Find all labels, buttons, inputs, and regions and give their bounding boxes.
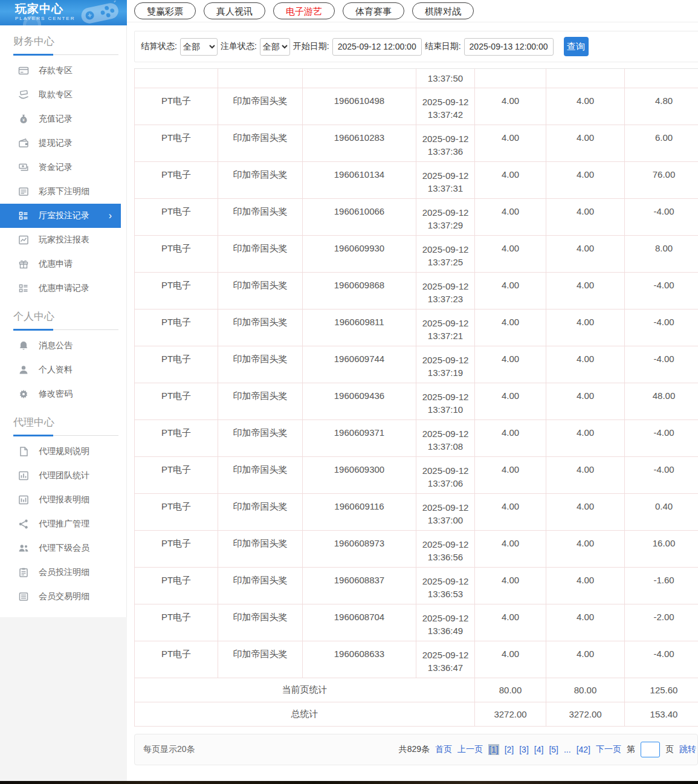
svg-text:¥: ¥ — [22, 118, 25, 122]
cell-valid-bet: 4.00 — [546, 125, 625, 162]
cell-order-no: 1960610498 — [303, 88, 416, 125]
bet-time-value: 13:37:08 — [419, 440, 472, 453]
page-link-prev[interactable]: 上一页 — [457, 744, 483, 755]
cell-valid-bet: 4.00 — [546, 494, 625, 531]
sidebar-item-label: 个人资料 — [39, 364, 73, 375]
tab-lottery[interactable]: 雙赢彩票 — [134, 2, 196, 19]
tab-sports[interactable]: 体育赛事 — [343, 2, 404, 19]
settle-status-select[interactable]: 全部 — [180, 38, 218, 56]
table-row: PT电子印加帝国头奖19606101342025-09-1213:37:314.… — [135, 162, 698, 199]
pagination-controls: 共829条 首页上一页[1][2][3][4][5]...[42]下一页 第 页… — [399, 742, 696, 757]
bet-date-value: 2025-09-12 — [419, 427, 472, 440]
cell-bet-time: 2025-09-1213:37:21 — [416, 309, 475, 346]
cell-bet-amount: 4.00 — [475, 162, 546, 199]
sidebar-item-label: 代理报表明细 — [39, 494, 89, 505]
sidebar-item-trade-detail[interactable]: 会员交易明细 — [0, 585, 126, 609]
sidebar-item-wallet[interactable]: 提现记录 — [0, 131, 126, 155]
cell-win-loss: -4.00 — [625, 309, 698, 346]
sidebar-item-promo-apply[interactable]: 优惠申请 — [0, 252, 126, 276]
page-link-1[interactable]: [1] — [488, 744, 499, 755]
page-link-2[interactable]: [2] — [505, 745, 514, 754]
page-link-4[interactable]: [4] — [534, 745, 544, 754]
sidebar-item-user[interactable]: 个人资料 — [0, 358, 126, 382]
cell-bet-amount: 4.00 — [475, 604, 546, 641]
bet-time-value: 13:36:47 — [419, 661, 472, 674]
sidebar-item-promo-records[interactable]: 优惠申请记录 — [0, 276, 126, 300]
cell-game: 印加帝国头奖 — [218, 162, 303, 199]
sidebar-item-withdraw-hand[interactable]: 取款专区 — [0, 83, 126, 107]
sidebar-item-player-report[interactable]: 玩家投注报表 — [0, 228, 126, 252]
start-date-input[interactable] — [332, 38, 422, 56]
tab-live-video[interactable]: 真人视讯 — [204, 2, 265, 19]
sidebar-item-bet-detail[interactable]: 会员投注明细 — [0, 560, 126, 585]
tab-electronic-games[interactable]: 电子游艺 — [273, 2, 335, 19]
cell-platform: PT电子 — [135, 125, 218, 162]
cell-platform: PT电子 — [135, 494, 218, 531]
sidebar-item-doc[interactable]: 代理规则说明 — [0, 439, 126, 464]
sidebar-item-bell[interactable]: 消息公告 — [0, 334, 126, 358]
cell-bet-amount: 4.00 — [475, 531, 546, 568]
cell-platform: PT电子 — [135, 236, 218, 273]
cell-order-no: 1960608633 — [303, 641, 416, 678]
cell-game — [218, 69, 303, 88]
cell-platform: PT电子 — [135, 383, 218, 420]
cell-platform: PT电子 — [135, 273, 218, 309]
sidebar-item-hall-records[interactable]: 厅室投注记录› — [0, 204, 121, 228]
summary-label: 当前页统计 — [135, 678, 475, 702]
sidebar-item-moneybag[interactable]: ¥充值记录 — [0, 107, 126, 131]
search-button[interactable]: 查询 — [564, 37, 589, 56]
bet-date-value: 2025-09-12 — [419, 96, 472, 108]
table-row: PT电子印加帝国头奖19606086332025-09-1213:36:474.… — [135, 641, 698, 678]
sidebar-item-label: 会员投注明细 — [39, 567, 89, 578]
cell-bet-amount: 3272.00 — [475, 702, 546, 727]
cell-valid-bet: 4.00 — [546, 383, 625, 420]
page-link-42[interactable]: [42] — [577, 745, 590, 754]
cell-valid-bet: 4.00 — [546, 346, 625, 383]
bet-date-value: 2025-09-12 — [419, 575, 472, 588]
jump-page-input[interactable] — [641, 742, 660, 757]
cell-game: 印加帝国头奖 — [218, 494, 303, 531]
end-date-input[interactable] — [464, 38, 554, 56]
cell-game: 印加帝国头奖 — [218, 309, 303, 346]
sidebar-item-funds[interactable]: 资金记录 — [0, 155, 126, 180]
table-row: PT电子印加帝国头奖19606093712025-09-1213:37:084.… — [135, 420, 698, 457]
end-date-label: 结束日期: — [425, 41, 461, 52]
sidebar-item-gear[interactable]: 修改密码 — [0, 382, 126, 406]
page-link-first[interactable]: 首页 — [435, 744, 452, 755]
cell-bet-time: 2025-09-1213:37:36 — [416, 125, 475, 162]
bet-records-table-scroll[interactable]: 13:37:50PT电子印加帝国头奖19606104982025-09-1213… — [134, 68, 698, 727]
sidebar-item-share[interactable]: 代理推广管理 — [0, 512, 126, 536]
page-link-next[interactable]: 下一页 — [596, 744, 621, 755]
cell-valid-bet: 4.00 — [546, 199, 625, 236]
cell-bet-amount: 4.00 — [475, 457, 546, 494]
sidebar-item-lottery-list[interactable]: 彩票下注明细 — [0, 180, 126, 204]
cell-valid-bet: 3272.00 — [546, 702, 625, 727]
cell-win-loss: 16.00 — [625, 531, 698, 568]
sidebar-item-label: 代理规则说明 — [39, 446, 89, 457]
bet-time-value: 13:37:29 — [419, 219, 472, 232]
sidebar-item-report-detail[interactable]: 代理报表明细 — [0, 488, 126, 512]
settle-status-label: 结算状态: — [141, 41, 177, 52]
order-status-select[interactable]: 全部 — [260, 38, 290, 56]
cell-bet-time: 2025-09-1213:37:19 — [416, 346, 475, 383]
cell-win-loss: 4.80 — [625, 88, 698, 125]
chevron-right-icon: › — [109, 211, 112, 221]
table-row: PT电子印加帝国头奖19606099302025-09-1213:37:254.… — [135, 236, 698, 273]
sidebar-item-deposit-card[interactable]: 存款专区 — [0, 59, 126, 83]
cell-game: 印加帝国头奖 — [218, 199, 303, 236]
sidebar-item-members[interactable]: 代理下级会员 — [0, 536, 126, 560]
cell-bet-amount: 4.00 — [475, 309, 546, 346]
cell-game: 印加帝国头奖 — [218, 273, 303, 309]
jump-go-link[interactable]: 跳转 — [679, 744, 696, 755]
cell-platform: PT电子 — [135, 88, 218, 125]
cell-game: 印加帝国头奖 — [218, 346, 303, 383]
sidebar-item-team-stats[interactable]: 代理团队统计 — [0, 464, 126, 488]
section-title: 个人中心 — [0, 300, 126, 329]
page-link-5[interactable]: [5] — [549, 745, 558, 754]
table-row: PT电子印加帝国头奖19606088372025-09-1213:36:534.… — [135, 568, 698, 604]
page-link-3[interactable]: [3] — [519, 745, 529, 754]
cell-bet-time: 2025-09-1213:37:42 — [416, 88, 475, 125]
tab-board-games[interactable]: 棋牌对战 — [412, 2, 474, 19]
cell-valid-bet: 4.00 — [546, 604, 625, 641]
cell-win-loss: 48.00 — [625, 383, 698, 420]
